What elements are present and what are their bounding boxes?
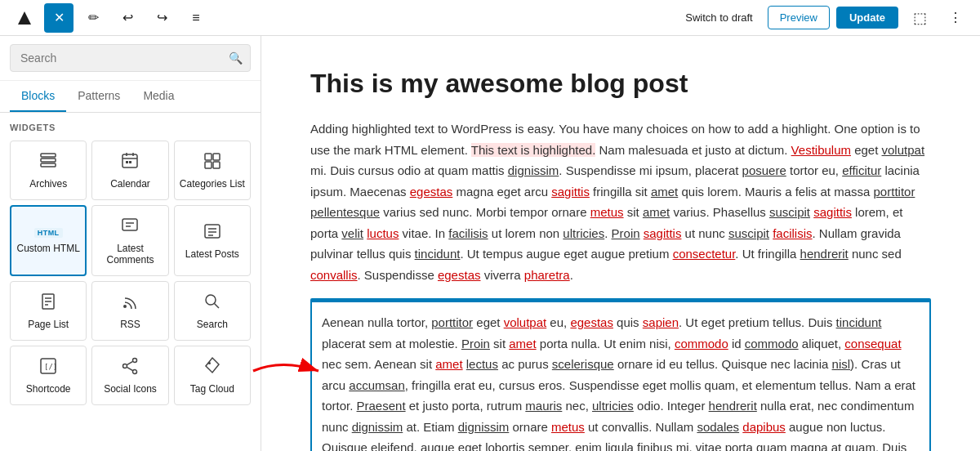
egestas-link[interactable]: egestas [410, 185, 453, 199]
calendar-label: Calendar [110, 178, 150, 190]
main-layout: 🔍 Blocks Patterns Media WIDGETS [0, 36, 980, 451]
custom-html-label: Custom HTML [16, 243, 79, 254]
social-icons-icon [120, 356, 140, 378]
sagittis2-link[interactable]: sagittis [813, 205, 852, 219]
svg-rect-2 [41, 159, 56, 162]
porttitor-underline: porttitor [874, 185, 915, 199]
paragraph-1: Adding highlighted text to WordPress is … [310, 118, 931, 285]
search-widget-icon [203, 292, 222, 314]
efficitur-underline: efficitur [842, 163, 881, 177]
widget-shortcode[interactable]: [/] Shortcode [10, 346, 87, 405]
post-body: Adding highlighted text to WordPress is … [310, 118, 931, 451]
preview-button[interactable]: Preview [768, 6, 830, 29]
widget-search[interactable]: Search [174, 281, 251, 341]
svg-point-35 [208, 362, 211, 364]
widget-custom-html[interactable]: HTML Custom HTML [10, 205, 87, 276]
commodo-link[interactable]: commodo [675, 337, 728, 351]
sodales-underline: sodales [697, 420, 739, 434]
widget-calendar[interactable]: Calendar [91, 141, 168, 200]
undo-button[interactable]: ↩ [113, 3, 142, 33]
volutpat2-link[interactable]: volutpat [504, 315, 547, 329]
widget-categories-list[interactable]: Categories List [174, 141, 251, 200]
selected-paragraph-block[interactable]: Aenean nulla tortor, porttitor eget volu… [310, 298, 931, 451]
svg-rect-11 [213, 154, 220, 160]
consequat-link[interactable]: consequat [844, 337, 901, 351]
svg-rect-1 [41, 154, 56, 157]
consectetur-link[interactable]: consectetur [673, 247, 736, 261]
tincidunt2-underline: tincidunt [836, 315, 882, 329]
tab-patterns[interactable]: Patterns [66, 81, 131, 112]
archives-label: Archives [29, 178, 67, 190]
site-logo-button[interactable] [10, 3, 39, 33]
close-icon: ✕ [54, 10, 65, 25]
latest-posts-label: Latest Posts [185, 248, 239, 260]
rss-label: RSS [120, 319, 140, 330]
svg-line-33 [127, 361, 133, 364]
categories-label: Categories List [180, 178, 245, 190]
shortcode-icon: [/] [38, 356, 58, 378]
hendrerit-underline: hendrerit [800, 247, 849, 261]
egestas2-link[interactable]: egestas [438, 268, 481, 282]
nisl-underline: nisl [832, 357, 851, 371]
svg-rect-10 [205, 154, 212, 160]
tab-blocks[interactable]: Blocks [10, 81, 66, 112]
pellentesque-underline: pellentesque [310, 205, 380, 219]
sagittis-link[interactable]: sagittis [551, 185, 590, 199]
dignissim-underline: dignissim [508, 163, 559, 177]
layout-toggle-button[interactable]: ⬚ [905, 3, 934, 33]
page-list-label: Page List [28, 319, 69, 330]
pharetra-link[interactable]: pharetra [524, 268, 570, 282]
metus2-link[interactable]: metus [551, 420, 585, 434]
widget-archives[interactable]: Archives [10, 141, 87, 200]
vestibulum-link[interactable]: Vestibulum [791, 143, 851, 157]
hendrerit2-underline: hendrerit [709, 399, 757, 413]
redo-icon: ↪ [157, 10, 167, 25]
close-button[interactable]: ✕ [44, 3, 74, 33]
amet4-link[interactable]: amet [435, 357, 462, 371]
proin2-underline: Proin [461, 337, 490, 351]
tab-media[interactable]: Media [131, 81, 185, 112]
commodo2-underline: commodo [745, 337, 799, 351]
suscipit2-underline: suscipit [728, 226, 769, 240]
redo-button[interactable]: ↪ [147, 3, 176, 33]
svg-text:[/]: [/] [44, 363, 57, 371]
widgets-section-label: WIDGETS [10, 123, 251, 132]
egestas3-link[interactable]: egestas [570, 315, 613, 329]
shortcode-label: Shortcode [26, 383, 71, 395]
svg-line-34 [127, 367, 133, 370]
sagittis3-link[interactable]: sagittis [644, 226, 682, 240]
facilisis-underline: facilisis [448, 226, 488, 240]
widget-latest-posts[interactable]: Latest Posts [174, 205, 251, 276]
post-title[interactable]: This is my awesome blog post [310, 69, 931, 99]
metus-link[interactable]: metus [590, 205, 624, 219]
menu-icon: ≡ [192, 11, 199, 25]
widget-tag-cloud[interactable]: Tag Cloud [174, 346, 251, 405]
menu-button[interactable]: ≡ [181, 3, 211, 33]
amet3-link[interactable]: amet [509, 337, 536, 351]
page-list-icon [38, 292, 58, 314]
facilisis2-link[interactable]: facilisis [773, 226, 812, 240]
eleifend-underline: eleifend [371, 440, 414, 451]
widget-latest-comments[interactable]: Latest Comments [91, 205, 168, 276]
sidebar-content: WIDGETS Archives [0, 113, 261, 451]
edit-button[interactable]: ✏ [78, 3, 108, 33]
widget-social-icons[interactable]: Social Icons [91, 346, 168, 405]
scelerisque-underline: scelerisque [552, 357, 614, 371]
convallis-link[interactable]: convallis [310, 268, 358, 282]
search-input[interactable] [10, 44, 251, 72]
more-options-button[interactable]: ⋮ [941, 3, 970, 33]
latest-comments-label: Latest Comments [97, 243, 163, 266]
dapibus-link[interactable]: dapibus [742, 420, 786, 434]
luctus-link[interactable]: luctus [367, 226, 399, 240]
switch-to-draft-button[interactable]: Switch to draft [677, 7, 760, 29]
search-bar: 🔍 [0, 36, 261, 81]
sidebar: 🔍 Blocks Patterns Media WIDGETS [0, 36, 261, 451]
ultricies2-underline: ultricies [592, 399, 634, 413]
rss-icon [120, 292, 140, 314]
widget-page-list[interactable]: Page List [10, 281, 87, 341]
sapien-link[interactable]: sapien [643, 315, 679, 329]
update-button[interactable]: Update [836, 7, 898, 29]
latest-posts-icon [203, 221, 222, 243]
social-icons-label: Social Icons [104, 383, 157, 395]
widget-rss[interactable]: RSS [91, 281, 168, 341]
